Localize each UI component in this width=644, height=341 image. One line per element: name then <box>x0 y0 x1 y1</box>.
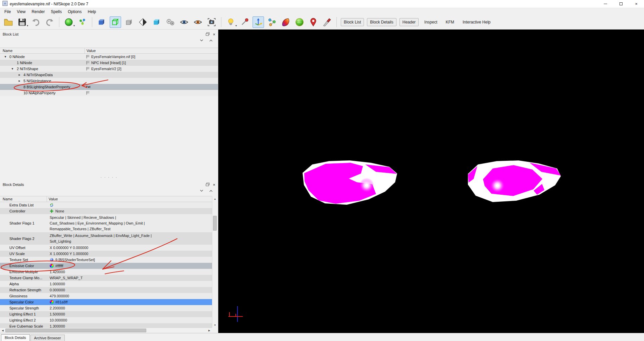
block-list-row-5[interactable]: ▸5 NiSkinInstance <box>0 78 218 84</box>
menu-help[interactable]: Help <box>85 9 99 15</box>
expander-closed-icon[interactable]: ▸ <box>17 72 21 78</box>
block-list-row-1[interactable]: 1 NiNodeNPC Head [Head] [1] <box>0 60 218 66</box>
detail-row-uv-scale[interactable]: UV ScaleX 1.000000 Y 1.000000 <box>0 251 212 257</box>
scrollbar-thumb[interactable] <box>5 329 146 332</box>
detail-row-specular-color[interactable]: Specular Color#81a8ff <box>0 299 212 305</box>
vertex-color-icon[interactable] <box>77 16 88 28</box>
toolbar-button-block-list[interactable]: Block List <box>341 18 364 26</box>
detail-row-texture-clamp-mo-[interactable]: Texture Clamp Mo...WRAP_S_WRAP_T <box>0 275 212 281</box>
detail-row-alpha[interactable]: Alpha1.000000 <box>0 281 212 287</box>
color-wheel-icon[interactable] <box>50 264 54 268</box>
expander-closed-icon[interactable]: ▸ <box>17 78 21 84</box>
flat-cube-icon[interactable] <box>123 16 135 28</box>
screenshot-icon[interactable] <box>206 16 217 28</box>
skeleton-nodes-icon[interactable] <box>266 16 278 28</box>
column-name[interactable]: Name <box>0 196 47 202</box>
lighting-bulb-icon[interactable]: ▾ <box>225 16 236 28</box>
dropdown-caret-icon[interactable]: ▾ <box>235 25 237 27</box>
detail-row-emissive-multiple[interactable]: Emissive Multiple1.420000 <box>0 269 212 275</box>
render-viewport[interactable] <box>218 30 644 333</box>
detail-row-emissive-color[interactable]: Emissive Color#ffffff <box>0 263 212 269</box>
block-list-row-2[interactable]: ▾2 NiTriShapeEyesFemaleV2 [2] <box>0 66 218 72</box>
expander-open-icon[interactable]: ▾ <box>10 66 14 72</box>
detail-row-uv-offset[interactable]: UV OffsetX 0.000000 Y 0.000000 <box>0 245 212 251</box>
textured-cube-icon[interactable] <box>151 16 162 28</box>
detail-row-lighting-effect-2[interactable]: Lighting Effect 210.000000 <box>0 317 212 323</box>
cut-tool-icon[interactable] <box>321 16 333 28</box>
menu-view[interactable]: View <box>14 9 29 15</box>
viewport-render <box>218 30 644 333</box>
menu-file[interactable]: File <box>1 9 14 15</box>
toolbar-button-kfm[interactable]: KFM <box>443 18 457 26</box>
footer-tab-block-details[interactable]: Block Details <box>1 334 30 341</box>
detail-value-text: X 1.000000 Y 1.000000 <box>50 251 88 257</box>
detail-row-texture-set[interactable]: Texture Set9 [BSShaderTextureSet] <box>0 257 212 263</box>
minimize-button[interactable] <box>598 0 613 8</box>
scroll-left-icon[interactable]: ◀ <box>0 328 5 333</box>
solid-cube-icon[interactable] <box>96 16 107 28</box>
block-list-row-10[interactable]: 10 NiAlphaProperty <box>0 90 218 96</box>
shader-sphere-icon[interactable]: ▾ <box>63 16 74 28</box>
vertical-scrollbar[interactable]: ▲ ▼ <box>212 196 217 328</box>
color-ramp-icon[interactable] <box>280 16 291 28</box>
footer-tab-archive-browser[interactable]: Archive Browser <box>31 335 65 341</box>
detail-row-shader-flags-2[interactable]: Shader Flags 2ZBuffer_Write | Assume_Sha… <box>0 232 212 245</box>
block-list-row-0[interactable]: ▾0 NiNodeEyesFemaleVampire.nif [0] <box>0 54 218 60</box>
green-sphere-icon[interactable] <box>294 16 305 28</box>
detail-row-eye-cubemap-scale[interactable]: Eye Cubemap Scale1.300000 <box>0 323 212 328</box>
block-list-row-4[interactable]: ▸4 NiTriShapeData <box>0 72 218 78</box>
pin-icon[interactable] <box>239 16 250 28</box>
nodes-eye-icon[interactable] <box>178 16 190 28</box>
redo-icon[interactable] <box>44 16 55 28</box>
close-panel-icon[interactable]: × <box>213 32 215 37</box>
block-list-row-8[interactable]: 8 BSLightingShaderPropertyTxt <box>0 84 218 90</box>
marker-pin-icon[interactable] <box>308 16 319 28</box>
column-value[interactable]: Value <box>47 196 58 202</box>
close-button[interactable]: × <box>629 0 644 8</box>
detail-value-text: #81a8ff <box>55 299 68 305</box>
panel-splitter[interactable]: · · · · · <box>0 175 218 179</box>
menu-options[interactable]: Options <box>65 9 85 15</box>
highlight-eye-icon[interactable] <box>192 16 204 28</box>
column-name[interactable]: Name <box>0 48 85 53</box>
scroll-right-icon[interactable]: ▶ <box>207 328 212 333</box>
chevron-down-icon[interactable] <box>199 38 204 43</box>
dropdown-caret-icon[interactable]: ▾ <box>27 25 28 27</box>
block-list-collapse-controls <box>199 38 213 43</box>
maximize-button[interactable] <box>613 0 629 8</box>
dropdown-caret-icon[interactable]: ▾ <box>73 25 75 27</box>
chevron-up-icon[interactable] <box>208 189 213 193</box>
expander-open-icon[interactable]: ▾ <box>3 54 7 60</box>
chevron-down-icon[interactable] <box>199 189 204 193</box>
float-panel-icon[interactable] <box>206 183 210 187</box>
scroll-down-icon[interactable]: ▼ <box>212 322 218 328</box>
detail-row-extra-data-list[interactable]: Extra Data List <box>0 202 212 208</box>
detail-row-shader-flags-1[interactable]: Shader Flags 1Specular | Skinned | Recie… <box>0 214 212 232</box>
toolbar-button-header[interactable]: Header <box>399 18 419 26</box>
toolbar-button-inspect[interactable]: Inspect <box>422 18 440 26</box>
open-icon[interactable] <box>3 16 14 28</box>
detail-row-lighting-effect-1[interactable]: Lighting Effect 11.500000 <box>0 311 212 317</box>
toolbar-button-interactive-help[interactable]: Interactive Help <box>460 18 493 26</box>
wireframe-cube-icon[interactable] <box>110 16 121 28</box>
close-panel-icon[interactable]: × <box>213 183 215 187</box>
culling-diamond-icon[interactable] <box>137 16 149 28</box>
menu-render[interactable]: Render <box>29 9 48 15</box>
detail-row-specular-strength[interactable]: Specular Strength2.200000 <box>0 305 212 311</box>
chevron-up-icon[interactable] <box>208 38 213 43</box>
column-value[interactable]: Value <box>85 48 96 53</box>
scroll-up-icon[interactable]: ▲ <box>212 196 218 201</box>
detail-row-refraction-strength[interactable]: Refraction Strength0.000000 <box>0 287 212 293</box>
save-icon[interactable]: ▾ <box>16 16 28 28</box>
menu-spells[interactable]: Spells <box>48 9 65 15</box>
axes-icon[interactable] <box>253 16 264 28</box>
float-panel-icon[interactable] <box>206 32 210 37</box>
scrollbar-thumb[interactable] <box>213 216 217 231</box>
horizontal-scrollbar[interactable]: ◀ ▶ <box>0 328 212 333</box>
toolbar-button-block-details[interactable]: Block Details <box>367 18 396 26</box>
undo-icon[interactable] <box>30 16 42 28</box>
detail-row-controller[interactable]: ControllerNone <box>0 208 212 214</box>
color-wheel-icon[interactable] <box>50 300 54 304</box>
vertex-points-icon[interactable] <box>165 16 176 28</box>
detail-row-glossiness[interactable]: Glossiness479.000000 <box>0 293 212 299</box>
